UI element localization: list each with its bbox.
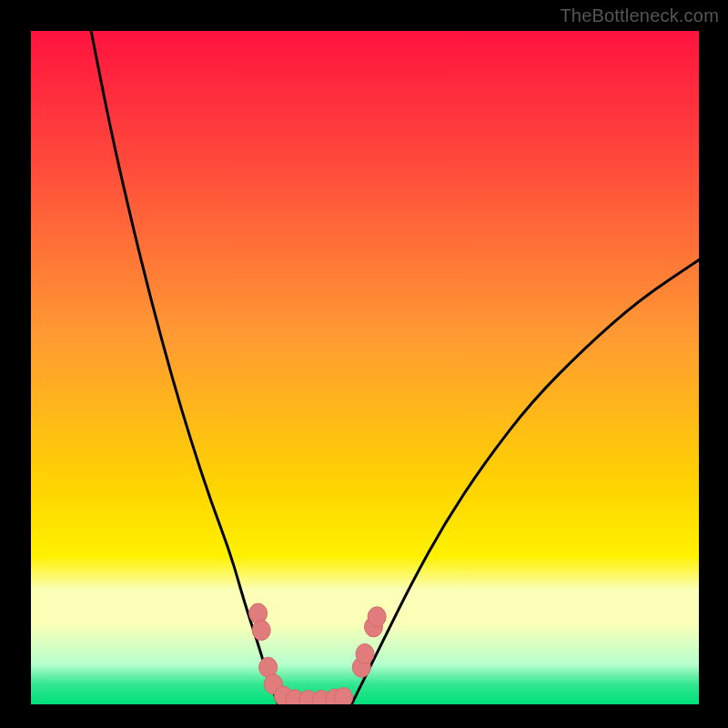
bottleneck-chart [31, 31, 699, 704]
marker-dot [252, 621, 270, 641]
watermark-text: TheBottleneck.com [560, 5, 719, 26]
marker-dot [368, 607, 386, 627]
gradient-bg [31, 31, 699, 704]
marker-dot [335, 688, 353, 704]
chart-canvas [31, 31, 699, 704]
marker-dot [356, 644, 374, 664]
